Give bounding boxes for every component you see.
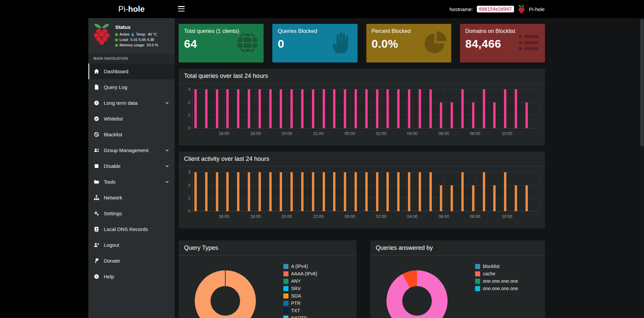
answered-by-donut[interactable]	[386, 270, 448, 318]
product-name: Pi-hole	[529, 6, 545, 12]
bar	[451, 102, 453, 128]
card-value: 0	[278, 37, 352, 50]
bar	[194, 172, 197, 211]
scrollbar-thumb[interactable]	[640, 19, 644, 146]
card-title: Percent Blocked	[372, 28, 446, 34]
sidebar-item-tools[interactable]: Tools	[88, 174, 175, 190]
bar	[376, 172, 378, 211]
status-active-label: Active	[120, 32, 130, 37]
sidebar-item-network[interactable]: Network	[88, 190, 175, 206]
query-types-chart-wrap: A (IPv4)AAAA (IPv6)ANYSRVSOAPTRTXTNAPTR	[179, 256, 357, 318]
legend-swatch	[283, 279, 288, 284]
sidebar-item-label: Disable	[104, 163, 121, 169]
legend-swatch	[475, 286, 480, 291]
nav-section-label: MAIN NAVIGATION	[88, 53, 175, 63]
legend-item-one-one-one-one[interactable]: one.one.one.one	[475, 277, 518, 285]
sidebar-item-group-management[interactable]: Group Management	[88, 142, 175, 158]
status-title: Status	[115, 24, 158, 30]
bar	[355, 89, 357, 128]
sidebar-item-label: Local DNS Records	[104, 226, 148, 232]
panel-header: Client activity over last 24 hours	[179, 151, 545, 167]
legend-label: one.one.one.one	[483, 278, 518, 284]
legend-item-txt[interactable]: TXT	[283, 307, 317, 314]
bar	[504, 172, 506, 211]
panel-header: Queries answered by	[370, 240, 545, 256]
bar	[429, 89, 432, 128]
memory-label: Memory usage:	[120, 43, 145, 48]
bar	[483, 172, 485, 211]
sidebar-item-settings[interactable]: Settings	[88, 206, 175, 221]
sidebar-item-help[interactable]: ?Help	[88, 269, 175, 284]
sidebar-item-query-log[interactable]: Query Log	[88, 79, 175, 95]
stat-card-total-queries-1-clients: Total queries (1 clients)64	[179, 24, 264, 62]
bar	[376, 89, 378, 128]
app-logo[interactable]: Pi-hole	[88, 0, 175, 18]
memory-value: 20.0 %	[147, 43, 158, 48]
bar	[301, 172, 304, 211]
legend-swatch	[283, 316, 288, 318]
clock-icon	[94, 100, 100, 106]
page-scrollbar[interactable]	[640, 18, 644, 318]
sidebar-item-blacklist[interactable]: Blacklist	[88, 127, 175, 142]
bar	[440, 102, 442, 128]
user-times-icon	[94, 242, 100, 248]
query-types-legend: A (IPv4)AAAA (IPv6)ANYSRVSOAPTRTXTNAPTR	[283, 263, 317, 318]
bar	[525, 102, 528, 128]
client-activity-chart[interactable]: 0123 16:0018:0020:0022:0000:0002:0004:00…	[179, 172, 545, 220]
bar	[226, 172, 229, 211]
legend-item-a-ipv4[interactable]: A (IPv4)	[283, 263, 317, 270]
bar	[216, 89, 218, 128]
bar	[515, 89, 517, 128]
sidebar-item-disable[interactable]: Disable	[88, 158, 175, 174]
legend-item-any[interactable]: ANY	[283, 277, 317, 285]
stop-icon	[94, 163, 100, 169]
temp-label: Temp:	[136, 32, 146, 37]
legend-item-ptr[interactable]: PTR	[283, 300, 317, 307]
status-box: Status Active Temp: 40 °C Load: 5.41 5.6…	[88, 18, 175, 52]
sidebar-item-label: Whitelist	[104, 116, 123, 122]
legend-item-blocklist[interactable]: blocklist	[475, 263, 518, 270]
legend-item-srv[interactable]: SRV	[283, 285, 317, 292]
status-row-active: Active Temp: 40 °C	[115, 32, 158, 37]
bar	[429, 172, 432, 211]
sidebar-item-local-dns-records[interactable]: Local DNS Records	[88, 221, 175, 237]
bar	[333, 172, 335, 211]
sidebar-item-label: Group Management	[104, 147, 148, 153]
legend-label: cache	[483, 271, 495, 276]
legend-swatch	[475, 279, 480, 284]
address-book-icon	[94, 226, 100, 232]
sidebar-item-long-term-data[interactable]: Long term data	[88, 95, 175, 111]
query-types-donut[interactable]	[195, 270, 256, 318]
bar	[408, 89, 410, 128]
panel-client-activity: Client activity over last 24 hours 0123 …	[179, 151, 545, 228]
bar	[461, 89, 464, 128]
legend-item-naptr[interactable]: NAPTR	[283, 314, 317, 318]
question-icon: ?	[94, 274, 100, 279]
bar	[344, 172, 346, 211]
check-circle-icon	[94, 116, 100, 122]
card-title: Total queries (1 clients)	[184, 28, 258, 34]
legend-item-one-one-one-one[interactable]: one.one.one.one	[475, 285, 518, 292]
sidebar-item-label: Blacklist	[104, 132, 122, 137]
sidebar-item-label: Donate	[104, 258, 120, 264]
bar	[365, 89, 368, 128]
legend-swatch	[283, 271, 288, 276]
bar	[259, 89, 261, 128]
sidebar-item-logout[interactable]: Logout	[88, 237, 175, 253]
legend-label: one.one.one.one	[483, 286, 518, 291]
bar	[269, 89, 272, 128]
sidebar-toggle-button[interactable]	[178, 6, 185, 11]
panel-queries-answered-by: Queries answered by blocklistcacheone.on…	[370, 240, 545, 318]
card-title: Queries Blocked	[278, 28, 352, 34]
legend-item-cache[interactable]: cache	[475, 270, 518, 277]
sidebar-item-dashboard[interactable]: Dashboard	[88, 63, 175, 79]
bar	[323, 172, 325, 211]
sidebar-item-whitelist[interactable]: Whitelist	[88, 111, 175, 127]
legend-item-soa[interactable]: SOA	[283, 292, 317, 300]
stat-card-domains-on-blocklist: Domains on Blocklist84,466	[460, 24, 545, 62]
queries-over-time-chart[interactable]: 0123 16:0018:0020:0022:0000:0002:0004:00…	[179, 89, 545, 137]
bar	[493, 102, 496, 128]
legend-item-aaaa-ipv6[interactable]: AAAA (IPv6)	[283, 270, 317, 277]
sidebar-item-donate[interactable]: Donate	[88, 253, 175, 269]
bar	[408, 172, 410, 211]
